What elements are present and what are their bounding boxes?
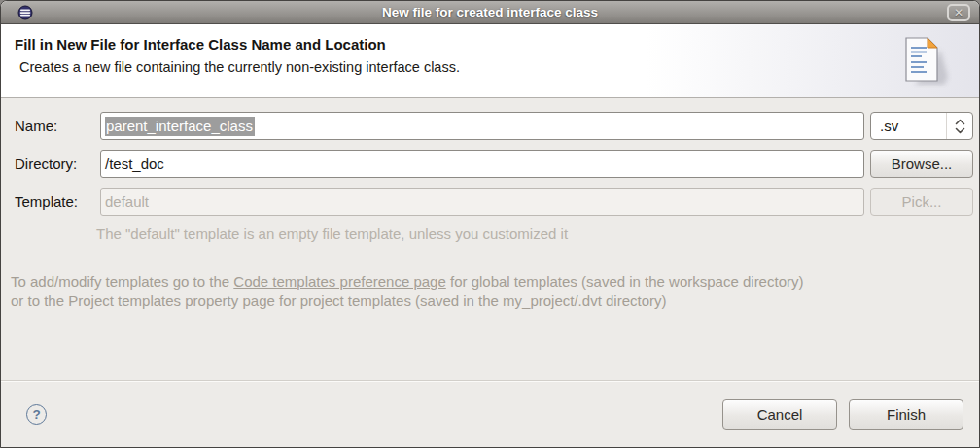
dialog-header: Fill in New File for Interface Class Nam… [1, 24, 979, 98]
note-text-before-link: To add/modify templates go to the [11, 273, 233, 290]
note-text-after-link: for global templates (saved in the works… [446, 273, 804, 290]
templates-note-line1: To add/modify templates go to the Code t… [11, 272, 973, 292]
template-row: Template: default Pick... [15, 188, 973, 216]
name-label: Name: [15, 118, 94, 134]
template-input: default [100, 188, 864, 216]
directory-input[interactable]: /test_doc [100, 150, 864, 178]
chevron-up-icon [955, 119, 965, 125]
help-icon[interactable]: ? [26, 404, 47, 425]
code-templates-preference-link[interactable]: Code templates preference page [233, 273, 445, 290]
template-input-text: default [105, 193, 149, 210]
templates-note-line2: or to the Project templates property pag… [11, 292, 973, 311]
dialog-body: Name: parent_interface_class .sv Directo… [1, 98, 979, 380]
dialog-window: New file for created interface class ✕ F… [0, 0, 980, 448]
header-subtitle: Creates a new file containing the curren… [19, 59, 979, 75]
name-input-selected-text: parent_interface_class [105, 117, 255, 136]
template-label: Template: [15, 193, 94, 210]
header-title: Fill in New File for Interface Class Nam… [15, 36, 979, 52]
extension-spinner[interactable]: .sv [870, 112, 973, 140]
directory-row: Directory: /test_doc Browse... [15, 150, 973, 178]
extension-value: .sv [871, 113, 946, 139]
pick-button: Pick... [870, 188, 973, 216]
cancel-button[interactable]: Cancel [722, 399, 837, 430]
name-input[interactable]: parent_interface_class [100, 112, 864, 140]
directory-label: Directory: [15, 155, 94, 172]
finish-button[interactable]: Finish [849, 399, 963, 430]
chevron-down-icon [955, 127, 965, 134]
directory-input-text: /test_doc [105, 155, 164, 172]
name-row: Name: parent_interface_class .sv [15, 112, 973, 140]
window-title: New file for created interface class [1, 5, 979, 19]
eclipse-window-icon[interactable] [18, 5, 33, 20]
new-file-icon [901, 36, 952, 92]
button-bar: ? Cancel Finish [1, 380, 979, 447]
close-icon[interactable]: ✕ [947, 4, 970, 21]
title-bar[interactable]: New file for created interface class ✕ [1, 1, 979, 24]
browse-button[interactable]: Browse... [870, 150, 973, 178]
spinner-buttons[interactable] [946, 113, 972, 139]
templates-note: To add/modify templates go to the Code t… [11, 272, 973, 311]
template-hint: The "default" template is an empty file … [96, 225, 973, 242]
